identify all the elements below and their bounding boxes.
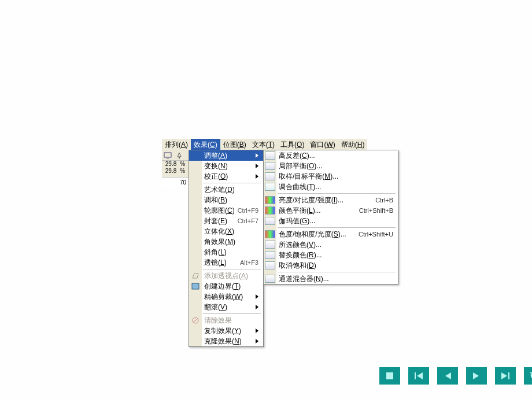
submenu-item[interactable]: 调合曲线(T)... <box>264 182 398 192</box>
shortcut: Alt+F3 <box>240 259 258 266</box>
menu-c[interactable]: 效果(C) <box>191 139 220 151</box>
effects-menu: 调整(A)变换(N)校正(O)艺术笔(D)调和(B)轮廓图(C)Ctrl+F9封… <box>189 150 264 347</box>
menu-item[interactable]: 角效果(M) <box>189 237 263 247</box>
item-label: 亮度/对比度/强度(I)... <box>279 195 343 205</box>
menu-item[interactable]: 精确剪裁(W) <box>189 291 263 302</box>
menu-item[interactable]: 翻滚(V) <box>189 302 263 312</box>
svg-rect-3 <box>192 283 199 289</box>
submenu-arrow-icon <box>256 303 258 311</box>
submenu-item[interactable]: 取样/目标平衡(M)... <box>264 171 398 182</box>
monitor-icon[interactable] <box>162 151 173 160</box>
shortcut: Ctrl+Shift+B <box>359 207 393 214</box>
menu-item[interactable]: 立体化(X) <box>189 226 263 237</box>
menu-item[interactable]: 封套(E)Ctrl+F7 <box>189 216 263 226</box>
adjust-icon <box>265 162 275 170</box>
shortcut: Ctrl+Shift+U <box>359 231 393 238</box>
menu-item[interactable]: 变换(N) <box>189 161 263 171</box>
nav-first-button[interactable] <box>408 367 429 385</box>
svg-line-5 <box>193 319 198 322</box>
item-label: 伽玛值(G)... <box>279 216 315 226</box>
separator <box>278 272 396 272</box>
adjust-icon <box>265 206 275 215</box>
menu-item[interactable]: 艺术笔(D) <box>189 184 263 195</box>
menu-item[interactable]: 轮廓图(C)Ctrl+F9 <box>189 205 263 216</box>
separator <box>278 227 396 228</box>
submenu-arrow-icon <box>256 172 258 180</box>
adjust-icon <box>265 217 275 225</box>
menubar: 排列(A)效果(C)位图(B)文本(T)工具(O)窗口(W)帮助(H) <box>162 139 367 150</box>
menu-item[interactable]: 透镜(L)Alt+F3 <box>189 257 263 268</box>
toolbar-row <box>162 150 189 161</box>
submenu-item[interactable]: 色度/饱和度/光度(S)...Ctrl+Shift+U <box>264 229 398 239</box>
separator <box>203 313 261 314</box>
menu-item[interactable]: 创建边界(T) <box>189 281 263 291</box>
menu-item[interactable]: 克隆效果(N) <box>189 336 263 346</box>
item-label: 所选颜色(V)... <box>279 240 322 250</box>
clear-icon <box>190 316 201 325</box>
item-label: 颜色平衡(L)... <box>279 206 321 216</box>
menu-item[interactable]: 复制效果(Y) <box>189 326 263 336</box>
num1: 29.8 <box>165 161 176 168</box>
submenu-item[interactable]: 伽玛值(G)... <box>264 216 398 226</box>
adjust-icon <box>265 196 275 204</box>
submenu-item[interactable]: 所选颜色(V)... <box>264 239 398 250</box>
nav-return-button[interactable] <box>524 367 532 385</box>
nav-prev-button[interactable] <box>437 367 458 385</box>
adjust-icon <box>265 152 275 160</box>
menu-item[interactable]: 调和(B) <box>189 195 263 205</box>
separator <box>203 269 261 269</box>
submenu-item[interactable]: 颜色平衡(L)...Ctrl+Shift+B <box>264 205 398 216</box>
svg-rect-1 <box>167 158 169 158</box>
menu-h[interactable]: 帮助(H) <box>338 139 368 151</box>
menu-item[interactable]: 斜角(L) <box>189 247 263 257</box>
separator <box>278 193 396 194</box>
svg-rect-8 <box>508 372 509 379</box>
toolbar-area: 29.8% 29.8% 70 <box>162 150 189 187</box>
adjust-icon <box>265 183 275 191</box>
nav-last-button[interactable] <box>495 367 516 385</box>
submenu-arrow-icon <box>256 293 258 301</box>
adjust-icon <box>265 261 275 269</box>
adjust-icon <box>265 172 275 180</box>
pct2: % <box>180 168 185 175</box>
menu-o[interactable]: 工具(O) <box>278 139 307 151</box>
submenu-item[interactable]: 通道混合器(N)... <box>264 274 398 284</box>
item-label: 局部平衡(O)... <box>279 161 322 171</box>
menu-item[interactable]: 调整(A) <box>189 150 263 161</box>
submenu-item[interactable]: 替换颜色(R)... <box>264 250 398 260</box>
svg-rect-0 <box>164 153 171 157</box>
adjust-icon <box>265 230 275 238</box>
menu-t[interactable]: 文本(T) <box>249 139 278 151</box>
svg-rect-7 <box>415 372 416 379</box>
menu-b[interactable]: 位图(B) <box>220 139 249 151</box>
item-label: 替换颜色(R)... <box>279 250 322 260</box>
submenu-item[interactable]: 局部平衡(O)... <box>264 161 398 171</box>
svg-rect-6 <box>386 372 393 379</box>
item-label: 调合曲线(T)... <box>279 182 321 192</box>
nav-next-button[interactable] <box>466 367 487 385</box>
separator <box>203 183 261 183</box>
submenu-arrow-icon <box>256 327 258 335</box>
menu-a[interactable]: 排列(A) <box>162 139 191 151</box>
submenu-item[interactable]: 取消饱和(D) <box>264 260 398 271</box>
menu-w[interactable]: 窗口(W) <box>307 139 338 151</box>
submenu-arrow-icon <box>256 337 258 345</box>
adjust-icon <box>265 251 275 259</box>
submenu-arrow-icon <box>256 152 258 160</box>
item-label: 色度/饱和度/光度(S)... <box>279 230 346 239</box>
adjust-submenu: 高反差(C)...局部平衡(O)...取样/目标平衡(M)...调合曲线(T).… <box>263 150 398 285</box>
bell-icon[interactable] <box>173 151 185 160</box>
submenu-item[interactable]: 亮度/对比度/强度(I)...Ctrl+B <box>264 195 398 205</box>
svg-point-2 <box>179 157 180 158</box>
adjust-icon <box>265 275 275 283</box>
ruler: 70 <box>162 177 189 187</box>
toolbar-numbers: 29.8% 29.8% <box>162 161 189 177</box>
item-label: 取样/目标平衡(M)... <box>279 172 338 182</box>
persp-icon <box>190 271 201 280</box>
slide-nav <box>379 367 532 385</box>
submenu-item[interactable]: 高反差(C)... <box>264 150 398 161</box>
menu-item: 添加透视点(A) <box>189 271 263 281</box>
menu-item[interactable]: 校正(O) <box>189 171 263 182</box>
shortcut: Ctrl+F9 <box>238 207 258 214</box>
nav-stop-button[interactable] <box>379 367 400 385</box>
